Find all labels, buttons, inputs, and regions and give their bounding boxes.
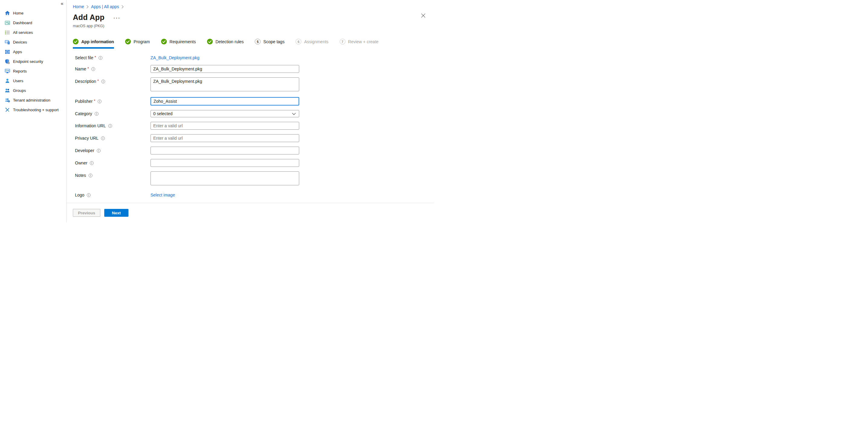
apps-icon	[5, 49, 10, 54]
step-assignments: 6 Assignments	[296, 39, 328, 49]
info-icon[interactable]	[101, 136, 105, 140]
form-row-category: Category 0 selected	[75, 110, 434, 117]
description-label: Description	[75, 79, 96, 84]
sidebar-item-troubleshooting[interactable]: Troubleshooting + support	[0, 105, 66, 115]
wizard-steps: App information Program Requirements Det…	[73, 39, 434, 49]
info-icon[interactable]	[98, 99, 101, 103]
step-detection-rules[interactable]: Detection rules	[207, 39, 244, 49]
sidebar-item-label: All services	[13, 30, 33, 35]
troubleshooting-icon	[5, 107, 10, 113]
sidebar: « Home Dashboard All services	[0, 0, 66, 222]
form-row-select-file: Select file * ZA_Bulk_Deployment.pkg	[75, 55, 434, 60]
tenant-administration-icon	[5, 98, 10, 103]
check-icon	[125, 39, 131, 44]
page-title: Add App	[73, 13, 104, 22]
select-image-link[interactable]: Select image	[151, 192, 175, 198]
category-label: Category	[75, 111, 92, 116]
form-row-owner: Owner	[75, 159, 434, 167]
selected-file-link[interactable]: ZA_Bulk_Deployment.pkg	[151, 55, 199, 60]
sidebar-item-users[interactable]: Users	[0, 76, 66, 86]
owner-input[interactable]	[151, 159, 299, 167]
information-url-label: Information URL	[75, 123, 106, 128]
name-input[interactable]	[151, 65, 299, 73]
info-icon[interactable]	[97, 149, 101, 153]
sidebar-item-label: Reports	[13, 69, 27, 73]
main-content: Home Apps | All apps Add App ··· macOS a…	[66, 0, 434, 222]
home-icon	[5, 10, 10, 16]
check-icon	[207, 39, 213, 44]
app-information-form: Select file * ZA_Bulk_Deployment.pkg Nam…	[73, 55, 434, 198]
info-icon[interactable]	[89, 174, 92, 177]
info-icon[interactable]	[98, 56, 102, 60]
sidebar-item-dashboard[interactable]: Dashboard	[0, 18, 66, 28]
form-row-developer: Developer	[75, 147, 434, 154]
info-icon[interactable]	[101, 80, 105, 84]
form-row-publisher: Publisher *	[75, 97, 434, 106]
required-mark: *	[95, 55, 96, 60]
sidebar-item-label: Troubleshooting + support	[13, 108, 59, 112]
title-row: Add App ···	[73, 13, 434, 22]
all-services-icon	[5, 30, 10, 35]
info-icon[interactable]	[91, 67, 95, 71]
form-row-notes: Notes	[75, 171, 434, 186]
category-dropdown[interactable]: 0 selected	[151, 110, 299, 117]
sidebar-item-endpoint-security[interactable]: Endpoint security	[0, 57, 66, 66]
step-program[interactable]: Program	[125, 39, 150, 49]
info-icon[interactable]	[87, 193, 91, 197]
step-app-information[interactable]: App information	[73, 39, 114, 49]
sidebar-nav: Home Dashboard All services Devices	[0, 8, 66, 115]
sidebar-item-label: Users	[13, 79, 23, 83]
step-number-badge: 7	[340, 39, 345, 44]
more-options-icon[interactable]: ···	[114, 16, 121, 21]
breadcrumb-home-link[interactable]: Home	[73, 4, 84, 9]
groups-icon	[5, 88, 10, 93]
publisher-input[interactable]	[151, 97, 299, 106]
step-review-create: 7 Review + create	[340, 39, 379, 49]
owner-label: Owner	[75, 160, 87, 166]
users-icon	[5, 78, 10, 84]
sidebar-item-apps[interactable]: Apps	[0, 47, 66, 57]
privacy-url-label: Privacy URL	[75, 136, 98, 141]
step-scope-tags[interactable]: 5 Scope tags	[255, 39, 284, 49]
breadcrumb-all-apps-link[interactable]: Apps | All apps	[91, 4, 119, 9]
sidebar-item-devices[interactable]: Devices	[0, 37, 66, 47]
sidebar-item-home[interactable]: Home	[0, 8, 66, 18]
check-icon	[161, 39, 167, 44]
sidebar-item-label: Endpoint security	[13, 59, 43, 64]
information-url-input[interactable]	[151, 122, 299, 130]
info-icon[interactable]	[90, 161, 94, 165]
info-icon[interactable]	[95, 112, 98, 116]
sidebar-item-groups[interactable]: Groups	[0, 86, 66, 95]
breadcrumb: Home Apps | All apps	[73, 4, 434, 9]
step-number-badge: 6	[296, 39, 301, 44]
wizard-footer: Previous Next	[66, 203, 434, 222]
dashboard-icon	[5, 20, 10, 25]
previous-button: Previous	[73, 209, 100, 217]
close-icon[interactable]	[420, 12, 427, 20]
sidebar-item-label: Home	[13, 11, 24, 16]
intune-add-app-page: « Home Dashboard All services	[0, 0, 434, 222]
info-icon[interactable]	[108, 124, 112, 128]
chevron-right-icon	[87, 5, 89, 8]
check-icon	[73, 39, 79, 44]
notes-textarea[interactable]	[151, 171, 299, 185]
sidebar-item-tenant-administration[interactable]: Tenant administration	[0, 95, 66, 105]
sidebar-item-reports[interactable]: Reports	[0, 66, 66, 76]
form-row-information-url: Information URL	[75, 122, 434, 130]
next-button[interactable]: Next	[104, 209, 128, 217]
sidebar-collapse-icon[interactable]: «	[61, 1, 63, 6]
chevron-right-icon	[122, 5, 124, 8]
developer-label: Developer	[75, 148, 94, 153]
description-textarea[interactable]: ZA_Bulk_Deployment.pkg	[151, 78, 299, 91]
privacy-url-input[interactable]	[151, 134, 299, 142]
form-row-logo: Logo Select image	[75, 192, 434, 198]
sidebar-item-label: Groups	[13, 88, 26, 93]
required-mark: *	[94, 98, 95, 103]
developer-input[interactable]	[151, 147, 299, 154]
select-file-label: Select file	[75, 55, 93, 60]
chevron-down-icon	[292, 111, 296, 116]
step-requirements[interactable]: Requirements	[161, 39, 196, 49]
sidebar-item-all-services[interactable]: All services	[0, 28, 66, 37]
reports-icon	[5, 69, 10, 74]
step-number-badge: 5	[255, 39, 260, 44]
